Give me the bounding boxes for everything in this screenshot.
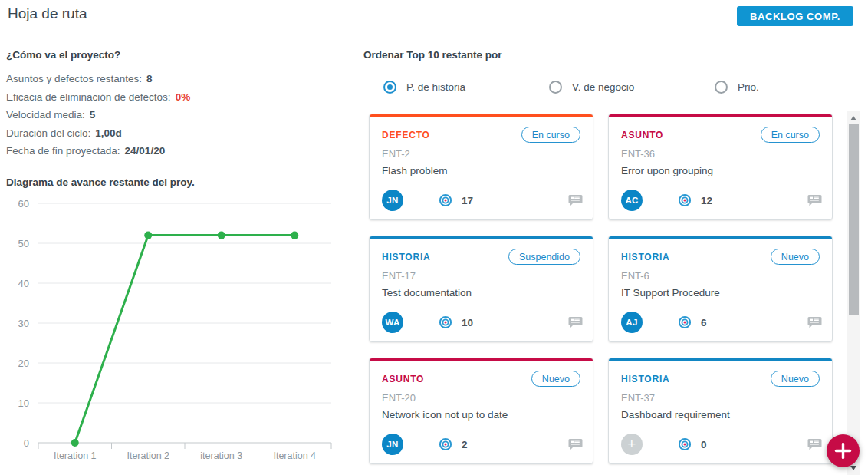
backlog-comp-button[interactable]: BACKLOG COMP. bbox=[737, 6, 853, 26]
issue-card[interactable]: ASUNTO En curso ENT-36 Error upon groupi… bbox=[608, 114, 833, 220]
issue-card[interactable]: HISTORIA Nuevo ENT-6 IT Support Procedur… bbox=[608, 236, 833, 342]
card-type-color-bar bbox=[609, 236, 832, 239]
card-type-color-bar bbox=[609, 358, 832, 361]
project-health-stats: Asuntos y defectos restantes:8Eficacia d… bbox=[6, 70, 351, 160]
estimate-value: 0 bbox=[701, 439, 707, 450]
card-summary: Network icon not up to date bbox=[382, 409, 580, 421]
top10-cards-grid: DEFECTO En curso ENT-2 Flash problem JN … bbox=[369, 114, 833, 464]
card-summary: Dashboard requirement bbox=[621, 409, 820, 421]
radio-selected-icon[interactable] bbox=[383, 81, 396, 94]
scrollbar-up-arrow-icon[interactable] bbox=[850, 116, 856, 120]
radio-option-prio[interactable]: Prio. bbox=[715, 81, 759, 94]
comment-icon[interactable] bbox=[807, 315, 822, 329]
svg-text:iteration 3: iteration 3 bbox=[200, 450, 242, 461]
card-key: ENT-36 bbox=[621, 148, 820, 160]
svg-text:0: 0 bbox=[24, 437, 29, 449]
card-type-color-bar bbox=[370, 114, 593, 117]
svg-text:20: 20 bbox=[18, 358, 29, 369]
card-summary: Error upon grouping bbox=[621, 165, 820, 176]
card-footer: JN 17 bbox=[382, 190, 583, 211]
issue-card[interactable]: ASUNTO Nuevo ENT-20 Network icon not up … bbox=[369, 358, 593, 464]
comment-icon[interactable] bbox=[568, 437, 583, 451]
burndown-chart-block: Diagrama de avance restante del proy. 60… bbox=[6, 176, 353, 466]
card-footer: AC 12 bbox=[621, 190, 822, 211]
status-badge[interactable]: En curso bbox=[761, 127, 820, 143]
comment-icon[interactable] bbox=[807, 437, 822, 451]
card-key: ENT-6 bbox=[621, 270, 820, 282]
stat-label: Fecha de fin proyectada: bbox=[6, 145, 120, 157]
svg-text:Iteration 4: Iteration 4 bbox=[273, 450, 316, 461]
comment-icon[interactable] bbox=[568, 193, 583, 207]
estimate-value: 10 bbox=[462, 317, 473, 328]
radio-unselected-icon[interactable] bbox=[549, 81, 562, 94]
card-type-label: HISTORIA bbox=[382, 252, 431, 262]
svg-text:Iteration 2: Iteration 2 bbox=[127, 450, 169, 461]
card-type-color-bar bbox=[609, 114, 832, 117]
issue-card[interactable]: HISTORIA Nuevo ENT-37 Dashboard requirem… bbox=[608, 358, 833, 464]
stat-value: 5 bbox=[90, 109, 96, 120]
issue-card[interactable]: HISTORIA Suspendido ENT-17 Test document… bbox=[369, 236, 593, 342]
issue-card[interactable]: DEFECTO En curso ENT-2 Flash problem JN … bbox=[369, 114, 593, 220]
card-summary: Flash problem bbox=[382, 165, 580, 176]
assignee-avatar[interactable]: JN bbox=[382, 434, 403, 455]
stat-value: 24/01/20 bbox=[125, 145, 166, 157]
assignee-avatar[interactable]: WA bbox=[382, 312, 403, 333]
card-type-label: HISTORIA bbox=[621, 252, 670, 262]
status-badge[interactable]: Nuevo bbox=[771, 249, 820, 265]
estimate-value: 12 bbox=[701, 195, 712, 206]
bullseye-icon bbox=[439, 315, 452, 329]
radio-option-p-de-historia[interactable]: P. de historia bbox=[383, 81, 465, 94]
radio-label: P. de historia bbox=[406, 81, 465, 93]
card-key: ENT-17 bbox=[382, 270, 580, 282]
status-badge[interactable]: Nuevo bbox=[771, 371, 820, 387]
card-type-label: ASUNTO bbox=[382, 374, 424, 384]
comment-icon[interactable] bbox=[568, 315, 583, 329]
scrollbar-down-arrow-icon[interactable] bbox=[850, 466, 856, 470]
assignee-avatar[interactable]: AJ bbox=[621, 312, 643, 333]
stat-row: Asuntos y defectos restantes:8 bbox=[6, 70, 351, 88]
status-badge[interactable]: Nuevo bbox=[531, 371, 580, 387]
estimate-value: 17 bbox=[462, 195, 473, 206]
estimate-value: 6 bbox=[701, 317, 707, 328]
svg-text:40: 40 bbox=[18, 278, 29, 289]
stat-row: Velocidad media:5 bbox=[6, 106, 351, 124]
card-footer: WA 10 bbox=[382, 312, 583, 333]
stat-row: Duración del ciclo:1,00d bbox=[6, 124, 351, 143]
add-assignee-button[interactable]: + bbox=[621, 434, 643, 455]
bullseye-icon bbox=[439, 193, 452, 207]
svg-text:50: 50 bbox=[18, 238, 29, 249]
comment-icon[interactable] bbox=[807, 193, 822, 207]
estimate-value: 2 bbox=[462, 439, 468, 450]
card-type-label: HISTORIA bbox=[621, 374, 670, 384]
status-badge[interactable]: En curso bbox=[521, 127, 580, 143]
bullseye-icon bbox=[678, 193, 692, 207]
project-health-title: ¿Cómo va el proyecto? bbox=[6, 49, 351, 61]
radio-option-v-de-negocio[interactable]: V. de negocio bbox=[549, 81, 634, 94]
bullseye-icon bbox=[678, 315, 692, 329]
stat-label: Eficacia de eliminación de defectos: bbox=[6, 91, 171, 103]
add-item-fab-button[interactable] bbox=[827, 434, 860, 467]
radio-label: V. de negocio bbox=[572, 81, 634, 93]
card-key: ENT-20 bbox=[382, 392, 580, 404]
svg-text:10: 10 bbox=[18, 397, 29, 409]
stat-row: Fecha de fin proyectada:24/01/20 bbox=[6, 142, 351, 160]
vertical-scrollbar[interactable] bbox=[847, 111, 860, 475]
card-footer: + 0 bbox=[621, 434, 822, 455]
status-badge[interactable]: Suspendido bbox=[508, 249, 580, 265]
card-footer: JN 2 bbox=[382, 434, 583, 455]
burndown-line-chart: 6050403020100Iteration 1Iteration 2itera… bbox=[6, 193, 353, 466]
card-footer: AJ 6 bbox=[621, 312, 822, 333]
bullseye-icon bbox=[678, 437, 692, 451]
assignee-avatar[interactable]: AC bbox=[621, 190, 643, 211]
page-title: Hoja de ruta bbox=[8, 5, 87, 22]
card-summary: IT Support Procedure bbox=[621, 287, 820, 299]
card-type-color-bar bbox=[370, 236, 593, 239]
card-key: ENT-2 bbox=[382, 148, 580, 160]
stat-label: Asuntos y defectos restantes: bbox=[6, 73, 142, 84]
project-health-panel: ¿Cómo va el proyecto? Asuntos y defectos… bbox=[6, 49, 351, 160]
card-type-color-bar bbox=[370, 358, 593, 361]
radio-unselected-icon[interactable] bbox=[715, 81, 728, 94]
assignee-avatar[interactable]: JN bbox=[382, 190, 403, 211]
scrollbar-thumb[interactable] bbox=[849, 124, 859, 315]
plus-icon bbox=[834, 442, 852, 460]
